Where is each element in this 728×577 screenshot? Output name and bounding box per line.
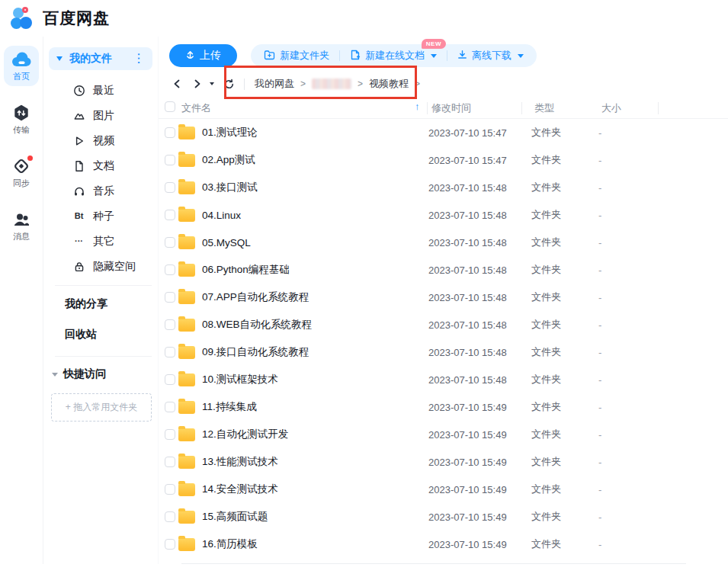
folder-icon [178, 346, 195, 359]
row-checkbox[interactable] [165, 182, 175, 193]
file-row[interactable]: 05.MySQL 2023-07-10 15:48 文件夹 - [159, 229, 728, 256]
row-checkbox[interactable] [165, 319, 175, 330]
sidebar-item-music[interactable]: 音乐 [43, 178, 158, 204]
rail-item-transfer[interactable]: 传输 [4, 99, 39, 139]
row-checkbox[interactable] [165, 429, 175, 440]
sidebar-item-quick-access[interactable]: 快捷访问 [43, 360, 158, 389]
row-checkbox[interactable] [165, 347, 175, 357]
row-checkbox[interactable] [165, 210, 175, 220]
history-dropdown-icon[interactable] [210, 82, 214, 85]
file-modified-time: 2023-07-10 15:49 [428, 402, 531, 413]
kebab-menu-icon[interactable]: ··· [133, 53, 145, 65]
rail-label-home: 首页 [13, 71, 30, 82]
file-row[interactable]: 15.高频面试题 2023-07-10 15:49 文件夹 - [159, 503, 728, 531]
file-row[interactable]: 16.简历模板 2023-07-10 15:49 文件夹 - [159, 531, 728, 558]
sidebar-item-bt-seeds[interactable]: Bt 种子 [43, 204, 158, 229]
file-row[interactable]: 13.性能测试技术 2023-07-10 15:49 文件夹 - [159, 448, 728, 476]
column-divider [658, 102, 659, 114]
sidebar-item-my-shares[interactable]: 我的分享 [43, 289, 158, 319]
sidebar-item-documents[interactable]: 文档 [43, 153, 158, 178]
file-row[interactable]: 06.Python编程基础 2023-07-10 15:48 文件夹 - [159, 256, 728, 284]
sidebar-item-recent[interactable]: 最近 [43, 78, 158, 103]
new-folder-button[interactable]: 新建文件夹 [264, 49, 329, 63]
file-type: 文件夹 [531, 153, 598, 167]
file-name[interactable]: 01.测试理论 [202, 126, 428, 139]
new-folder-icon [264, 50, 275, 63]
file-name[interactable]: 14.安全测试技术 [202, 482, 428, 496]
rail-item-home[interactable]: 首页 [4, 46, 39, 86]
file-name[interactable]: 16.简历模板 [202, 537, 428, 551]
sidebar-label-music: 音乐 [93, 184, 114, 198]
file-modified-time: 2023-07-10 15:49 [428, 511, 531, 523]
row-checkbox[interactable] [165, 155, 175, 165]
file-name[interactable]: 10.测试框架技术 [202, 373, 428, 386]
sidebar-item-videos[interactable]: 视频 [43, 128, 158, 153]
sidebar-item-pictures[interactable]: 图片 [43, 103, 158, 128]
forward-button[interactable] [193, 79, 202, 89]
new-online-doc-button[interactable]: NEW 新建在线文档 [350, 49, 437, 63]
breadcrumb-redacted-item[interactable] [312, 79, 351, 89]
file-name[interactable]: 13.性能测试技术 [202, 455, 428, 469]
file-name[interactable]: 15.高频面试题 [202, 510, 428, 524]
row-checkbox[interactable] [165, 539, 175, 550]
file-name[interactable]: 11.持续集成 [202, 400, 428, 414]
column-header-name[interactable]: 文件名 [181, 101, 211, 115]
file-name[interactable]: 03.接口测试 [202, 181, 428, 194]
file-row[interactable]: 12.自动化测试开发 2023-07-10 15:49 文件夹 - [159, 421, 728, 448]
breadcrumb-current[interactable]: 视频教程 [369, 77, 409, 91]
select-all-checkbox[interactable] [165, 101, 175, 112]
column-header-size[interactable]: 大小 [601, 101, 621, 115]
file-name[interactable]: 04.Linux [202, 210, 428, 221]
sidebar-item-recycle-bin[interactable]: 回收站 [43, 319, 158, 350]
file-row[interactable]: 02.App测试 2023-07-10 15:47 文件夹 - [159, 146, 728, 174]
file-type: 文件夹 [531, 400, 598, 414]
back-button[interactable] [172, 79, 181, 89]
column-header-modified[interactable]: 修改时间 [431, 101, 471, 115]
row-checkbox[interactable] [165, 511, 175, 522]
file-name[interactable]: 02.App测试 [202, 153, 428, 167]
row-checkbox[interactable] [165, 484, 175, 495]
sidebar-item-hidden-space[interactable]: 隐藏空间 [43, 254, 158, 279]
refresh-button[interactable] [223, 79, 235, 90]
file-name[interactable]: 05.MySQL [202, 237, 428, 248]
row-checkbox[interactable] [165, 374, 175, 385]
column-header-type[interactable]: 类型 [534, 101, 554, 115]
row-checkbox[interactable] [165, 237, 175, 248]
file-row[interactable]: 07.APP自动化系统教程 2023-07-10 15:48 文件夹 - [159, 284, 728, 311]
file-row[interactable]: 03.接口测试 2023-07-10 15:48 文件夹 - [159, 174, 728, 201]
file-modified-time: 2023-07-10 15:48 [428, 374, 531, 386]
home-cloud-icon [11, 50, 31, 69]
sidebar-item-other[interactable]: ··· 其它 [43, 229, 158, 254]
drag-folder-drop-zone[interactable]: + 拖入常用文件夹 [51, 393, 152, 422]
sort-ascending-icon[interactable]: ↑ [415, 101, 420, 112]
folder-icon [178, 428, 195, 441]
file-name[interactable]: 12.自动化测试开发 [202, 428, 428, 441]
file-row[interactable]: 09.接口自动化系统教程 2023-07-10 15:48 文件夹 - [159, 338, 728, 366]
row-checkbox[interactable] [165, 292, 175, 303]
row-checkbox[interactable] [165, 127, 175, 138]
file-row[interactable]: 08.WEB自动化系统教程 2023-07-10 15:48 文件夹 - [159, 311, 728, 338]
rail-item-sync[interactable]: 同步 [4, 152, 39, 193]
file-row[interactable]: 10.测试框架技术 2023-07-10 15:48 文件夹 - [159, 366, 728, 393]
breadcrumb-root[interactable]: 我的网盘 [255, 77, 294, 91]
file-modified-time: 2023-07-10 15:48 [428, 264, 531, 276]
upload-button[interactable]: 上传 [169, 44, 237, 67]
offline-download-label: 离线下载 [472, 49, 512, 63]
file-row[interactable]: 04.Linux 2023-07-10 15:48 文件夹 - [159, 201, 728, 229]
file-row[interactable]: 11.持续集成 2023-07-10 15:49 文件夹 - [159, 393, 728, 421]
folder-icon [178, 264, 195, 277]
row-checkbox[interactable] [165, 402, 175, 412]
offline-download-button[interactable]: 离线下载 [457, 49, 524, 63]
rail-item-messages[interactable]: 消息 [4, 206, 39, 246]
sidebar-item-my-files[interactable]: 我的文件 ··· [49, 47, 152, 70]
file-type: 文件夹 [531, 510, 598, 524]
file-row[interactable]: 14.安全测试技术 2023-07-10 15:49 文件夹 - [159, 476, 728, 503]
file-size: - [598, 182, 655, 194]
file-name[interactable]: 08.WEB自动化系统教程 [202, 318, 428, 332]
file-name[interactable]: 07.APP自动化系统教程 [202, 290, 428, 304]
row-checkbox[interactable] [165, 457, 175, 467]
file-name[interactable]: 06.Python编程基础 [202, 263, 428, 277]
row-checkbox[interactable] [165, 264, 175, 275]
file-name[interactable]: 09.接口自动化系统教程 [202, 345, 428, 359]
file-row[interactable]: 01.测试理论 2023-07-10 15:47 文件夹 - [159, 119, 728, 146]
